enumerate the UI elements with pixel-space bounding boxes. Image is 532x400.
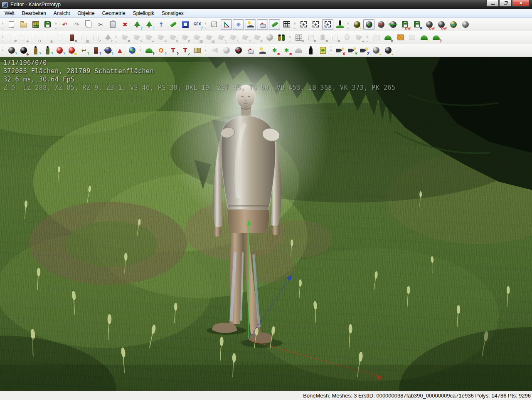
wireframe-toggle-button[interactable] [209, 19, 220, 30]
panel-logic-info-button[interactable]: ? [90, 45, 101, 56]
minimize-button[interactable] [486, 0, 499, 7]
undo-button[interactable]: ↶ [59, 19, 70, 30]
bug-remove-b-button[interactable]: ✱✖ [281, 45, 292, 56]
object-load-dw-save-button[interactable]: DW [436, 19, 447, 30]
save-world-button[interactable] [42, 19, 53, 30]
tree-info-button[interactable]: ? [131, 19, 143, 30]
camera-target-badge: ▸ [392, 52, 394, 56]
gizmo-y-axis[interactable] [249, 222, 249, 339]
render-frame-button[interactable] [180, 19, 191, 30]
terrain-texture-button[interactable] [394, 32, 406, 43]
paste-button[interactable] [107, 19, 118, 30]
walk-mode-icon [309, 48, 313, 54]
panel-logic-info-icon [94, 47, 98, 54]
poly-remove-button: ✖ [119, 32, 131, 43]
poly-pick-button: ↘ [131, 32, 143, 43]
camera-x-button[interactable]: X [334, 45, 345, 56]
zoom-object-icon [300, 21, 307, 27]
object-rotate-button[interactable]: ↻ [375, 19, 387, 30]
object-swap-button[interactable]: ⇄ [448, 19, 459, 30]
zoom-near-button[interactable] [310, 19, 321, 30]
terrain-help-button[interactable]: ? [431, 32, 442, 43]
object-move-button[interactable]: ✥ [363, 19, 374, 30]
toolbar-grip [294, 20, 296, 29]
camera-z-button[interactable]: Z [358, 45, 369, 56]
menu-bearbeiten[interactable]: Bearbeiten [18, 10, 50, 17]
restore-button[interactable] [499, 0, 512, 7]
camera-y-button[interactable]: Y [346, 45, 357, 56]
menu-welt[interactable]: Welt [1, 10, 18, 17]
portal-remove-button[interactable]: ✖ [66, 32, 77, 43]
menu-ansicht[interactable]: Ansicht [50, 10, 74, 17]
environment-toggle-button[interactable] [245, 19, 256, 30]
open-world-button[interactable] [18, 19, 29, 30]
delete-button[interactable]: ✖ [119, 19, 131, 30]
copy-button[interactable] [83, 19, 94, 30]
title-bar[interactable]: Editor - KalosPrototyp ✕ [0, 0, 532, 9]
flares-toggle-button[interactable]: ✳ [233, 19, 244, 30]
camera-y-icon [348, 49, 352, 52]
world-new-button[interactable]: ✦ [126, 45, 138, 56]
ambient-place-button[interactable] [257, 45, 268, 56]
axes-toggle-button[interactable] [221, 19, 232, 30]
object-new-button[interactable]: ✦ [351, 19, 362, 30]
bug-remove-a-button[interactable]: ✱✖ [269, 45, 280, 56]
open-world-icon [20, 23, 27, 27]
sphere-material-button[interactable]: ◆ [18, 45, 29, 56]
zoom-selection-button[interactable] [322, 19, 333, 30]
text-actors-info-button[interactable]: T? [167, 45, 179, 56]
cut-icon: ✂ [99, 22, 103, 27]
tree-refresh-badge: ! [153, 27, 155, 30]
object-name-button[interactable]: Name [387, 19, 399, 30]
actor-armor-info-button[interactable]: ? [30, 45, 41, 56]
menu-objekte[interactable]: Objekte [74, 10, 98, 17]
gfx-settings-button[interactable]: GFX? [192, 19, 203, 30]
actors-pair-button[interactable] [276, 32, 287, 43]
tree-info-icon [134, 21, 140, 28]
marker-id-button[interactable]: ID [66, 45, 77, 56]
particle-bag-icon [345, 35, 350, 40]
redo-button[interactable]: ↷ [71, 19, 82, 30]
marker-id-badge: ID [74, 53, 77, 56]
minimap-view-button[interactable] [317, 45, 328, 56]
object-save-dw-button[interactable]: DW [399, 19, 411, 30]
terrain-query-button[interactable]: ? [143, 45, 155, 56]
zoom-object-button[interactable] [298, 19, 309, 30]
sphere-axes-button[interactable]: ✥ [233, 45, 244, 56]
object-sphere-button[interactable] [460, 19, 471, 30]
houses-toggle-button[interactable] [257, 19, 268, 30]
text-actors-check-button[interactable]: T✔ [180, 45, 191, 56]
poly-texture-button: ▨ [204, 32, 215, 43]
object-load-dw-button[interactable]: DW [424, 19, 435, 30]
grid-overlay-toggle-button[interactable] [281, 19, 292, 30]
pickle-place-button[interactable] [167, 19, 179, 30]
pickles-toggle-button[interactable] [269, 19, 280, 30]
world-palette-button[interactable] [30, 19, 41, 30]
camera-target-button[interactable]: ▸ [382, 45, 394, 56]
close-button[interactable]: ✕ [512, 0, 530, 7]
menu-spiellogik[interactable]: Spiellogik [129, 10, 158, 17]
marker-info-button[interactable]: ? [54, 45, 65, 56]
menu-sonstiges[interactable]: Sonstiges [158, 10, 187, 17]
script-info-button[interactable]: ? [6, 45, 17, 56]
menu-geometrie[interactable]: Geometrie [99, 10, 129, 17]
object-save-delete-button[interactable]: ✖ [411, 19, 423, 30]
object-raise-button[interactable]: ↑ [155, 19, 167, 30]
terrain-new-button[interactable]: ✦ [419, 32, 430, 43]
query-info-button[interactable]: Q? [155, 45, 167, 56]
poly-revert-badge: ↩ [151, 40, 155, 43]
camera-orbit-button[interactable]: ▸ [370, 45, 382, 56]
actor-info-button[interactable]: ? [42, 45, 53, 56]
viewport-3d[interactable]: 171/196/0/0 372083 Flächen, 281709 Schat… [0, 57, 532, 391]
house-place-button[interactable] [245, 45, 256, 56]
walk-mode-button[interactable] [305, 45, 316, 56]
cut-button[interactable]: ✂ [95, 19, 106, 30]
book-new-button[interactable]: ✦ [192, 45, 203, 56]
tree-refresh-button[interactable]: ! [143, 19, 155, 30]
vars-info-button[interactable]: VARS? [102, 45, 113, 56]
link-info-button[interactable]: ↩? [78, 45, 89, 56]
new-world-button[interactable] [6, 19, 17, 30]
terrain-raise-button[interactable]: ↕ [382, 32, 394, 43]
beacon-new-button[interactable]: ▲✦ [114, 45, 126, 56]
player-view-button[interactable] [334, 19, 345, 30]
